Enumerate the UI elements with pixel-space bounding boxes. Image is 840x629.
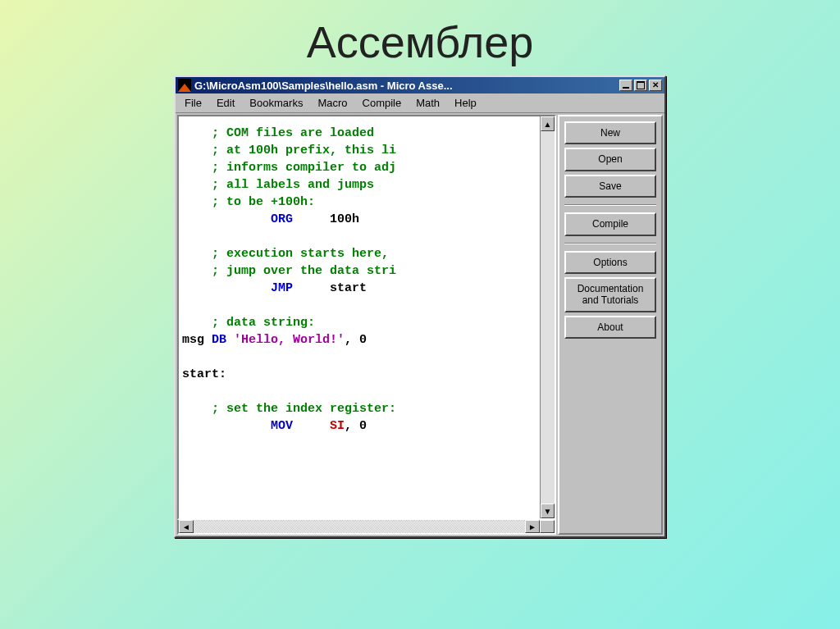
- editor-container: ; COM files are loaded ; at 100h prefix,…: [177, 115, 556, 520]
- code-editor[interactable]: ; COM files are loaded ; at 100h prefix,…: [179, 116, 540, 518]
- window-controls: ✕: [619, 80, 662, 91]
- about-button[interactable]: About: [564, 316, 656, 339]
- sidebar: New Open Save Compile Options Documentat…: [558, 115, 663, 535]
- client-area: ; COM files are loaded ; at 100h prefix,…: [176, 113, 664, 536]
- compile-button[interactable]: Compile: [564, 212, 656, 235]
- scroll-track[interactable]: [541, 131, 555, 504]
- vertical-scrollbar[interactable]: ▲ ▼: [540, 116, 555, 518]
- scroll-up-icon[interactable]: ▲: [541, 116, 555, 131]
- separator: [564, 243, 656, 244]
- scroll-track[interactable]: [194, 520, 525, 533]
- menu-file[interactable]: File: [177, 95, 209, 111]
- menu-macro[interactable]: Macro: [310, 95, 354, 111]
- editor-frame: ; COM files are loaded ; at 100h prefix,…: [177, 115, 556, 535]
- menu-compile[interactable]: Compile: [355, 95, 409, 111]
- slide-title: Ассемблер: [0, 16, 840, 67]
- open-button[interactable]: Open: [564, 148, 656, 171]
- scroll-down-icon[interactable]: ▼: [541, 504, 555, 518]
- app-window: G:\MicroAsm100\Samples\hello.asm - Micro…: [174, 75, 666, 538]
- separator: [564, 204, 656, 206]
- app-icon: [178, 79, 191, 92]
- docs-button[interactable]: Documentation and Tutorials: [564, 277, 656, 312]
- menu-bookmarks[interactable]: Bookmarks: [242, 95, 310, 111]
- scroll-right-icon[interactable]: ►: [525, 520, 540, 533]
- horizontal-scrollbar[interactable]: ◄ ►: [177, 520, 556, 535]
- menu-math[interactable]: Math: [409, 95, 447, 111]
- scroll-left-icon[interactable]: ◄: [179, 520, 194, 533]
- save-button[interactable]: Save: [564, 175, 656, 198]
- minimize-button[interactable]: [619, 80, 632, 91]
- menu-edit[interactable]: Edit: [209, 95, 242, 111]
- menubar: File Edit Bookmarks Macro Compile Math H…: [176, 93, 664, 113]
- titlebar[interactable]: G:\MicroAsm100\Samples\hello.asm - Micro…: [176, 77, 664, 93]
- maximize-button[interactable]: [634, 80, 647, 91]
- menu-help[interactable]: Help: [447, 95, 484, 111]
- close-button[interactable]: ✕: [649, 80, 662, 91]
- scroll-corner: [540, 520, 555, 533]
- new-button[interactable]: New: [564, 121, 656, 144]
- window-title: G:\MicroAsm100\Samples\hello.asm - Micro…: [194, 80, 619, 92]
- options-button[interactable]: Options: [564, 251, 656, 274]
